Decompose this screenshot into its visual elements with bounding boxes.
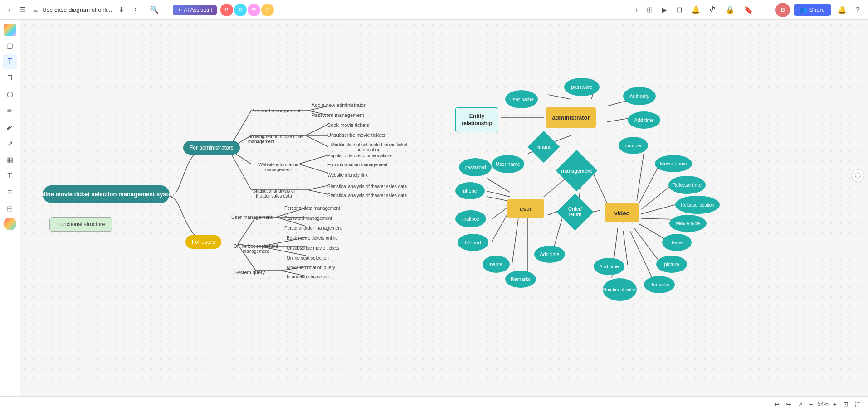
expand-view-button[interactable]: ⬚	[853, 400, 863, 409]
svg-line-39	[591, 169, 607, 203]
user-remarks-ellipse[interactable]: Remarks	[505, 271, 536, 288]
user-idcard-ellipse[interactable]: ID card	[458, 234, 488, 251]
table-sidebar-icon[interactable]: ▦	[3, 152, 17, 167]
ai-assistant-button[interactable]: ✦ AI Assistant	[173, 5, 217, 15]
svg-line-36	[555, 135, 571, 141]
toolbar-left: ‹ ☰ ☁ Use case diagram of onli... ⬇ 🏷 🔍 …	[5, 4, 629, 16]
admin-authority-ellipse[interactable]: Authority	[623, 87, 656, 105]
personal-data-label: Personal data management	[281, 204, 344, 213]
personal-order-label: Personal order management	[281, 224, 346, 232]
grid-sidebar-icon[interactable]: ⊞	[3, 201, 17, 216]
user-entity[interactable]: user	[507, 199, 544, 218]
stat1-label: Statistical analysis of theater sales da…	[324, 182, 410, 191]
pen-sidebar-icon[interactable]: ✏	[3, 103, 17, 118]
avatar-1: P	[220, 4, 233, 16]
order-return-diamond[interactable]: Order/ return	[556, 193, 594, 231]
list-sidebar-icon[interactable]: ≡	[3, 185, 17, 199]
expand-button[interactable]: ›	[633, 4, 640, 16]
bottom-bar: ↩ ↪ ↗ − 54% + ⊡ ⬚	[0, 396, 868, 411]
palette-sidebar-icon[interactable]	[4, 24, 16, 36]
color-sidebar-icon[interactable]	[4, 218, 16, 230]
svg-line-47	[512, 215, 519, 265]
info-button[interactable]: ⓘ	[852, 169, 864, 182]
search-button[interactable]: 🔍	[147, 4, 161, 16]
brush-sidebar-icon[interactable]: 🖌	[3, 120, 17, 134]
comment-button[interactable]: 🔔	[688, 4, 703, 16]
share-icon: 👥	[800, 6, 807, 13]
video-remarks-ellipse[interactable]: Remarks	[644, 276, 675, 293]
avatar-3: M	[248, 4, 260, 16]
svg-line-42	[487, 179, 510, 192]
zoom-controls: ↩ ↪ ↗ − 54% + ⊡ ⬚	[772, 400, 863, 409]
user-password-ellipse[interactable]: password	[459, 158, 492, 176]
redo-button[interactable]: ↪	[784, 400, 793, 409]
zoom-out-button[interactable]: −	[808, 400, 815, 409]
toolbar-right: › ⊞ ▶ ⊡ 🔔 ⏱ 🔒 🔖 ⋯ B 👥 Share 🔔 ?	[633, 3, 863, 17]
menu-button[interactable]: ☰	[17, 4, 29, 16]
zoom-in-button[interactable]: +	[831, 400, 839, 409]
user-username-ellipse[interactable]: User name	[492, 155, 524, 173]
play-button[interactable]: ▶	[659, 4, 670, 16]
left-sidebar: ▢ T 🗒 ⬡ ✏ 🖌 ↗ ▦ T ≡ ⊞	[0, 20, 20, 411]
bookmark-button[interactable]: 🔖	[741, 4, 756, 16]
cursor-mode-button[interactable]: ↗	[796, 400, 805, 409]
back-button[interactable]: ‹	[5, 4, 13, 16]
admin-node[interactable]: For administrators	[183, 141, 240, 155]
popular-label: Popular video recommendations	[324, 151, 396, 160]
user-phone-ellipse[interactable]: phone	[455, 182, 485, 199]
shape-sidebar-icon[interactable]: ⬡	[3, 87, 17, 102]
user-pwd-label: Password management	[281, 214, 336, 222]
admin-addtime-ellipse[interactable]: Add time	[628, 111, 660, 129]
admin-password-ellipse[interactable]: password	[564, 78, 600, 96]
cloud-icon: ☁	[32, 6, 39, 14]
notification-button[interactable]: 🔔	[835, 4, 849, 16]
video-number-ellipse[interactable]: number	[619, 137, 648, 154]
present-button[interactable]: ⊡	[673, 4, 685, 16]
pointer-sidebar-icon[interactable]: ↗	[3, 136, 17, 150]
video-numvotes-ellipse[interactable]: Number of votes	[603, 278, 637, 301]
tag-button[interactable]: 🏷	[131, 4, 143, 16]
main-node[interactable]: Online movie ticket selection management…	[43, 185, 170, 203]
timer-button[interactable]: ⏱	[707, 4, 719, 16]
video-addtime-ellipse[interactable]: Add time	[594, 258, 624, 275]
diagram-container: Online movie ticket selection management…	[20, 20, 868, 396]
add-button[interactable]: ⊞	[644, 4, 655, 16]
more-button[interactable]: ⋯	[759, 4, 772, 16]
order-addtime-ellipse[interactable]: Add time	[534, 246, 565, 263]
frame-sidebar-icon[interactable]: ▢	[3, 38, 17, 53]
video-releaseloc-ellipse[interactable]: Release location	[675, 196, 720, 214]
zoom-level: 54%	[818, 401, 829, 407]
share-button[interactable]: 👥 Share	[794, 4, 831, 16]
management-diamond[interactable]: management	[556, 150, 598, 192]
svg-line-49	[637, 146, 645, 201]
seat-selection-label: Online seat selection	[283, 254, 332, 262]
lock-button[interactable]: 🔒	[723, 4, 737, 16]
user-mailbox-ellipse[interactable]: mailbox	[455, 210, 486, 227]
stat2-label: Statistical analysis of theater sales da…	[324, 191, 410, 200]
video-releasetime-ellipse[interactable]: Release time	[668, 176, 706, 194]
video-entity[interactable]: video	[605, 203, 639, 222]
admin-entity[interactable]: administrator	[546, 107, 596, 128]
friendly-link-label: Website friendly link	[324, 171, 371, 179]
download-button[interactable]: ⬇	[116, 4, 127, 16]
user-node[interactable]: For users	[185, 235, 221, 249]
document-title: Use case diagram of onli...	[42, 6, 112, 13]
help-button[interactable]: ?	[853, 4, 863, 16]
undo-button[interactable]: ↩	[772, 400, 781, 409]
text2-sidebar-icon[interactable]: T	[3, 169, 17, 183]
mana-diamond[interactable]: mana	[528, 131, 560, 163]
add-admin-label: Add a new administrator	[308, 101, 369, 110]
admin-username-ellipse[interactable]: User name	[505, 90, 538, 108]
unsub-label: Unsubscribe movie tickets	[324, 131, 389, 140]
fit-screen-button[interactable]: ⊡	[841, 400, 850, 409]
video-moviename-ellipse[interactable]: Movie name	[655, 155, 692, 172]
svg-line-32	[548, 95, 571, 99]
text-sidebar-icon[interactable]: T	[3, 54, 17, 69]
video-fare-ellipse[interactable]: Fare	[662, 234, 692, 251]
video-movietype-ellipse[interactable]: Movie type	[669, 215, 707, 232]
mindmap-connections	[20, 20, 868, 396]
video-picture-ellipse[interactable]: picture	[656, 256, 687, 273]
functional-label[interactable]: Functional structure	[49, 217, 112, 232]
user-name-ellipse[interactable]: name	[483, 256, 510, 273]
sticky-sidebar-icon[interactable]: 🗒	[3, 71, 17, 85]
